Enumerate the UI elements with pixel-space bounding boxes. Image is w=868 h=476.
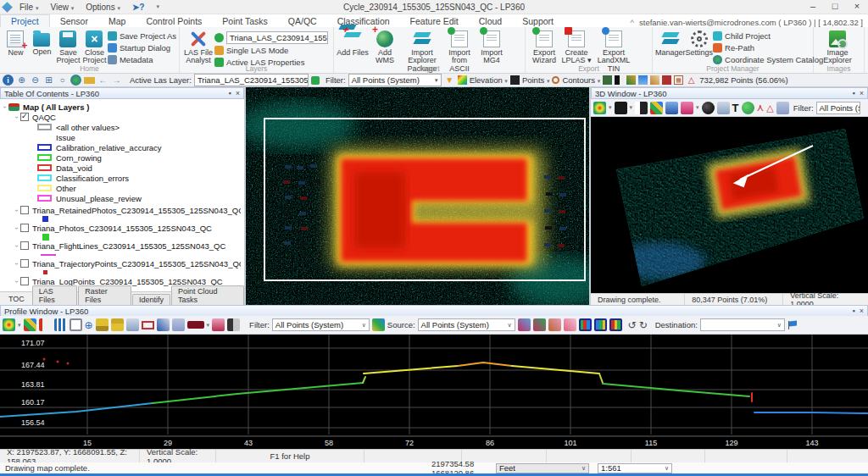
3d-copy-icon[interactable] [776,102,789,114]
active-las-layer-combo[interactable]: Triana_LAS_C230914_15530▾ [214,30,330,44]
active-las-layer-select[interactable]: Triana_LAS_C230914_155305_1▾ [194,74,309,86]
profile-classify-person-icon[interactable] [212,318,225,331]
export-wizard-button[interactable]: Export Wizard [528,29,560,65]
display-option-4-icon[interactable] [638,75,648,85]
add-wms-button[interactable]: Add WMS [369,29,401,65]
context-help-cursor-icon[interactable]: ➤? [126,3,151,12]
class-palette-3-icon[interactable] [609,318,622,331]
tab-toc[interactable]: TOC [2,293,31,305]
collapse-ribbon-icon[interactable]: ^ [631,18,634,27]
flightlines-checkbox[interactable] [20,241,29,250]
profile-filter-select[interactable]: All Points (System)∨ [272,318,370,331]
single-las-mode-button[interactable]: Single LAS Mode [214,45,330,56]
tab-cloud[interactable]: Cloud [469,15,512,27]
profile-pin-icon[interactable]: ▪ [853,307,855,315]
legend-issue[interactable]: Issue [56,133,75,142]
profile-close-icon[interactable]: × [860,307,864,315]
profile-fixed-box-icon[interactable] [142,321,154,329]
legend-corn-rowing[interactable]: Corn_rowing [56,153,102,163]
caret-logpoints[interactable]: › [13,277,20,285]
maximize-button[interactable]: □ [824,0,846,14]
tab-project[interactable]: Project [0,14,50,27]
destination-select[interactable]: ∨ [700,318,785,331]
toc-item-qaqc[interactable]: QAQC [32,113,56,122]
profile-points-icon[interactable] [39,318,52,331]
lod-grid-icon[interactable]: ▦ [674,75,683,85]
retainedphotos-checkbox[interactable] [20,206,29,214]
close-button[interactable]: × [846,0,868,14]
3d-sphere-icon[interactable] [702,102,715,114]
profile-copy-icon[interactable] [172,318,185,331]
profile-plot[interactable]: 171.07 167.44 163.81 160.17 156.54 15 29… [0,335,868,449]
3d-tin-icon[interactable]: △ [766,102,773,113]
user-account-info[interactable]: stefanie.van-wierts@microdrones.com ( LP… [639,18,863,27]
profile-elevation-colors-icon[interactable] [3,318,15,331]
3d-profile-icon[interactable] [681,102,693,114]
toc-item-retainedphotos[interactable]: Triana_RetainedPhotos_C230914_155305_125… [32,206,241,215]
tab-classification[interactable]: Classification [327,15,400,27]
open-button[interactable]: Open [29,29,55,56]
elevation-mode[interactable]: Elevation ▾ [470,75,508,85]
import-mg4-button[interactable]: Import MG4 [476,29,508,65]
tab-sensor[interactable]: Sensor [50,15,98,27]
profile-map-select-icon[interactable] [126,318,139,331]
caret-photos[interactable]: › [13,224,20,232]
class-palette-1-icon[interactable] [579,318,592,331]
startup-dialog-button[interactable]: Startup Dialog [108,42,176,53]
units-select[interactable]: Feet∨ [496,463,589,473]
toc-pin-icon[interactable]: ▪ [229,89,231,97]
tab-map[interactable]: Map [98,15,136,27]
measure-icon[interactable] [84,77,95,84]
trajectorypoints-checkbox[interactable] [20,259,29,268]
tab-las-files[interactable]: LAS Files [32,285,77,305]
previous-extent-icon[interactable]: ← [97,75,108,86]
tab-qaqc[interactable]: QA/QC [278,15,327,27]
3d-intensity-icon[interactable] [635,102,648,114]
save-project-as-button[interactable]: Save Project As [108,30,176,42]
3d-viewshed-icon[interactable] [717,102,730,114]
legend-classification-errors[interactable]: Classification_errors [56,174,129,183]
toc-item-trajectorypoints[interactable]: Triana_TrajectoryPoints_C230914_155305_1… [32,259,241,268]
filter-funnel-icon[interactable]: ▼ [444,75,455,86]
caret-retainedphotos[interactable]: › [13,206,20,214]
3d-pin-icon[interactable]: ▪ [853,89,855,97]
next-extent-icon[interactable]: → [111,75,122,86]
display-option-1-icon[interactable] [603,75,612,85]
photos-checkbox[interactable] [20,224,29,232]
classify-tool-3-icon[interactable] [548,318,561,331]
layer-mode-icon[interactable] [311,76,320,85]
zoom-out-icon[interactable]: ⊖ [30,75,41,86]
classify-tool-4-icon[interactable] [564,318,576,331]
profile-zoom-icon[interactable]: ⊕ [85,319,93,331]
3d-view[interactable] [591,117,868,293]
las-file-analyst-button[interactable]: LAS File Analyst [182,29,214,65]
menu-file[interactable]: File ▾ [14,3,44,12]
toc-item-map-all-layers[interactable]: Map ( All Layers ) [23,102,89,112]
profile-split-view-icon[interactable] [70,318,82,331]
profile-classification-icon[interactable] [24,318,36,331]
filter-select[interactable]: All Points (System)▾ [348,74,442,86]
class-palette-2-icon[interactable] [594,318,607,331]
caret-qaqc[interactable]: › [13,113,20,121]
profile-source-select[interactable]: All Points (System)∨ [418,318,515,331]
contours-mode[interactable]: Contours ▾ [562,75,600,85]
toc-item-photos[interactable]: Triana_Photos_C230914_155305_125SN043_QC [32,224,212,233]
legend-unusual-please-review[interactable]: Unusual_please_review [56,194,142,203]
display-option-3-icon[interactable] [626,75,636,85]
manager-button[interactable]: Manager [655,29,686,57]
toc-close-icon[interactable]: × [236,89,240,97]
tab-feature-edit[interactable]: Feature Edit [400,15,469,27]
tab-raster-files[interactable]: Raster Files [78,285,131,305]
undo-icon[interactable]: ↺ [628,319,637,331]
close-project-button[interactable]: Close Project [81,29,108,65]
minimize-button[interactable]: – [802,0,824,14]
tab-point-tasks[interactable]: Point Tasks [212,15,278,27]
display-option-5-icon[interactable] [650,75,659,85]
zoom-in-icon[interactable]: ⊕ [16,75,27,86]
qaqc-checkbox[interactable] [20,113,29,121]
settings-button[interactable]: Settings [686,29,714,57]
3d-close-icon[interactable]: × [860,89,864,97]
identify-icon[interactable]: i [3,75,14,86]
add-files-button[interactable]: Add Files [337,29,369,57]
caret-trajectorypoints[interactable]: › [13,259,20,268]
